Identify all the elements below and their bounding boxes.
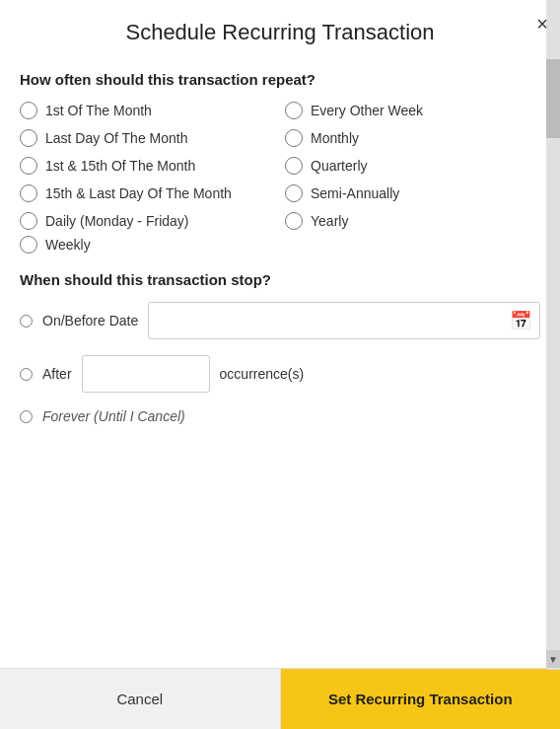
radio-yearly[interactable]: [285, 212, 303, 230]
radio-1st-15th[interactable]: [20, 157, 37, 175]
label-yearly: Yearly: [311, 213, 348, 229]
label-daily: Daily (Monday - Friday): [45, 213, 188, 229]
stop-options: On/Before Date 📅 After occurrence(s) For…: [20, 302, 540, 424]
date-input-field[interactable]: 📅: [148, 302, 540, 339]
radio-item-1st-15th[interactable]: 1st & 15th Of The Month: [20, 157, 275, 175]
radio-semi-annually[interactable]: [285, 184, 303, 202]
occurrence-label: occurrence(s): [220, 366, 305, 382]
stop-section-label: When should this transaction stop?: [20, 271, 540, 288]
radio-item-1st-of-month[interactable]: 1st Of The Month: [20, 102, 275, 119]
scrollbar[interactable]: [546, 0, 560, 670]
radio-item-15th-last[interactable]: 15th & Last Day Of The Month: [20, 184, 275, 202]
stop-row-date: On/Before Date 📅: [20, 302, 540, 339]
close-button[interactable]: ×: [536, 14, 548, 34]
radio-15th-last[interactable]: [20, 184, 37, 202]
modal: ▼ Schedule Recurring Transaction × How o…: [0, 0, 560, 729]
radio-item-quarterly[interactable]: Quarterly: [285, 157, 540, 175]
frequency-grid: 1st Of The Month Every Other Week Last D…: [20, 102, 540, 230]
radio-item-daily[interactable]: Daily (Monday - Friday): [20, 212, 275, 230]
radio-item-weekly[interactable]: Weekly: [20, 236, 540, 254]
stop-section: When should this transaction stop? On/Be…: [20, 271, 540, 424]
modal-footer: Cancel Set Recurring Transaction: [0, 668, 560, 729]
radio-quarterly[interactable]: [285, 157, 303, 175]
label-1st-of-month: 1st Of The Month: [45, 103, 152, 118]
calendar-icon: 📅: [510, 310, 531, 331]
label-after: After: [42, 366, 72, 382]
radio-item-every-other-week[interactable]: Every Other Week: [285, 102, 540, 119]
radio-item-semi-annually[interactable]: Semi-Annually: [285, 184, 540, 202]
stop-row-after: After occurrence(s): [20, 355, 540, 393]
radio-monthly[interactable]: [285, 129, 303, 147]
modal-body: How often should this transaction repeat…: [0, 55, 560, 668]
radio-daily[interactable]: [20, 212, 37, 230]
occurrence-input[interactable]: [82, 355, 210, 393]
stop-row-forever: Forever (Until I Cancel): [20, 408, 540, 424]
radio-forever[interactable]: [20, 410, 33, 423]
frequency-section-label: How often should this transaction repeat…: [20, 71, 540, 88]
radio-item-last-day[interactable]: Last Day Of The Month: [20, 129, 275, 147]
radio-1st-of-month[interactable]: [20, 102, 37, 119]
label-last-day: Last Day Of The Month: [45, 130, 187, 146]
radio-after[interactable]: [20, 368, 33, 381]
label-every-other-week: Every Other Week: [311, 103, 423, 118]
scrollbar-down-arrow[interactable]: ▼: [546, 650, 560, 668]
label-quarterly: Quarterly: [311, 158, 368, 174]
label-semi-annually: Semi-Annually: [311, 185, 399, 201]
cancel-button[interactable]: Cancel: [0, 669, 281, 729]
radio-item-monthly[interactable]: Monthly: [285, 129, 540, 147]
label-weekly: Weekly: [45, 237, 91, 253]
label-1st-15th: 1st & 15th Of The Month: [45, 158, 195, 174]
scrollbar-thumb[interactable]: [546, 59, 560, 138]
modal-title: Schedule Recurring Transaction: [125, 20, 434, 45]
radio-on-before-date[interactable]: [20, 315, 33, 328]
radio-last-day[interactable]: [20, 129, 37, 147]
label-on-before-date: On/Before Date: [42, 313, 138, 328]
radio-every-other-week[interactable]: [285, 102, 303, 119]
radio-item-yearly[interactable]: Yearly: [285, 212, 540, 230]
set-recurring-button[interactable]: Set Recurring Transaction: [281, 669, 561, 729]
modal-header: Schedule Recurring Transaction ×: [0, 0, 560, 55]
radio-weekly[interactable]: [20, 236, 37, 254]
label-15th-last: 15th & Last Day Of The Month: [45, 185, 232, 201]
label-forever: Forever (Until I Cancel): [42, 408, 185, 424]
label-monthly: Monthly: [311, 130, 359, 146]
